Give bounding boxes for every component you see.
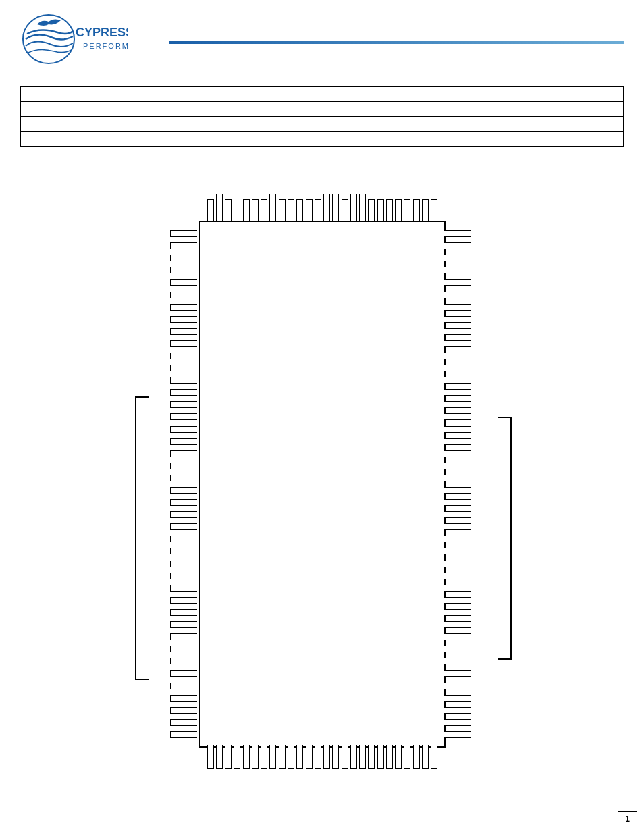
pin-top	[234, 194, 240, 224]
pin-bottom	[243, 745, 250, 769]
pin-left	[170, 719, 197, 726]
pin-left	[170, 499, 197, 506]
pin-right	[444, 267, 471, 273]
pin-bottom	[216, 745, 223, 769]
pin-left	[170, 292, 197, 298]
pin-left	[170, 670, 197, 677]
pin-bottom	[279, 745, 286, 769]
table-cell	[533, 102, 624, 117]
table-cell	[533, 117, 624, 132]
table-cell	[21, 132, 352, 147]
pin-top	[306, 199, 313, 224]
pin-top	[368, 199, 375, 224]
pin-right	[444, 670, 471, 677]
pin-left	[170, 450, 197, 457]
pin-right	[444, 255, 471, 261]
pin-left	[170, 426, 197, 433]
table-cell	[533, 132, 624, 147]
pin-left	[170, 658, 197, 664]
svg-text:CYPRESS: CYPRESS	[76, 26, 128, 39]
pin-left	[170, 365, 197, 371]
pin-left	[170, 413, 197, 420]
pin-bottom	[404, 745, 410, 769]
pin-left	[170, 695, 197, 702]
pin-top	[207, 199, 214, 224]
pin-top	[216, 194, 223, 224]
pin-bottom	[207, 745, 214, 769]
pin-bottom	[306, 745, 313, 769]
pin-top	[422, 199, 429, 224]
header-divider	[169, 41, 624, 44]
pin-bottom	[234, 745, 240, 769]
pin-bottom	[422, 745, 429, 769]
pin-left	[170, 548, 197, 554]
pin-right	[444, 573, 471, 579]
pin-bottom	[315, 745, 321, 769]
pin-right	[444, 328, 471, 335]
pin-right	[444, 340, 471, 347]
pin-left	[170, 475, 197, 481]
pin-left	[170, 267, 197, 273]
pin-top	[332, 194, 339, 224]
pin-bottom	[377, 745, 384, 769]
pin-right	[444, 316, 471, 323]
pin-right	[444, 242, 471, 249]
pin-right	[444, 548, 471, 554]
pin-left	[170, 242, 197, 249]
ic-diagram	[0, 167, 644, 775]
pin-left	[170, 597, 197, 604]
pin-right	[444, 633, 471, 640]
pin-left	[170, 573, 197, 579]
pin-right	[444, 450, 471, 457]
pin-left	[170, 389, 197, 396]
pin-left	[170, 609, 197, 616]
pin-top	[243, 199, 250, 224]
pin-top	[359, 194, 366, 224]
pin-top	[225, 199, 232, 224]
pin-right	[444, 413, 471, 420]
pin-right	[444, 609, 471, 616]
table-row	[21, 87, 624, 102]
right-bracket	[498, 417, 512, 660]
pin-bottom	[296, 745, 303, 769]
pin-right	[444, 695, 471, 702]
pin-left	[170, 438, 197, 445]
pin-bottom	[332, 745, 339, 769]
pin-bottom	[225, 745, 232, 769]
pin-bottom	[413, 745, 420, 769]
pin-bottom	[431, 745, 437, 769]
pin-right	[444, 292, 471, 298]
table-cell	[352, 87, 533, 102]
table-cell	[352, 117, 533, 132]
pin-right	[444, 683, 471, 689]
pin-top	[288, 199, 294, 224]
pin-right	[444, 389, 471, 396]
chip-body	[199, 221, 446, 748]
pin-right	[444, 438, 471, 445]
pin-left	[170, 316, 197, 323]
pin-top	[431, 199, 437, 224]
pin-right	[444, 523, 471, 530]
pin-bottom	[359, 745, 366, 769]
pin-right	[444, 426, 471, 433]
pin-right	[444, 585, 471, 592]
pin-left	[170, 707, 197, 714]
pin-left	[170, 328, 197, 335]
pin-left	[170, 646, 197, 652]
pin-bottom	[323, 745, 330, 769]
pin-bottom	[386, 745, 393, 769]
pin-top	[377, 199, 384, 224]
pin-left	[170, 731, 197, 738]
table-cell	[21, 117, 352, 132]
pins-right	[444, 221, 475, 748]
pin-right	[444, 463, 471, 469]
pin-left	[170, 633, 197, 640]
pin-right	[444, 365, 471, 371]
pin-top	[404, 199, 410, 224]
pin-right	[444, 487, 471, 494]
table-row	[21, 132, 624, 147]
pin-top	[315, 199, 321, 224]
pins-left	[170, 221, 200, 748]
pin-top	[261, 199, 267, 224]
pin-right	[444, 646, 471, 652]
